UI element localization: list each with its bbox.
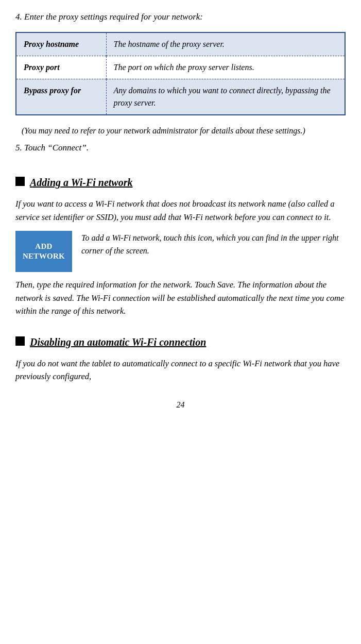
- table-cell-desc-port: The port on which the proxy server liste…: [106, 56, 345, 79]
- section2-title: Disabling an automatic Wi-Fi connection: [30, 334, 206, 350]
- section1-title: Adding a Wi-Fi network: [30, 175, 133, 190]
- step4-text: 4. Enter the proxy settings required for…: [15, 10, 346, 24]
- section2-body1: If you do not want the tablet to automat…: [15, 357, 346, 383]
- table-row-hostname: Proxy hostname The hostname of the proxy…: [16, 32, 345, 56]
- admin-note: (You may need to refer to your network a…: [15, 125, 346, 137]
- table-cell-label-hostname: Proxy hostname: [16, 32, 106, 56]
- add-network-row: ADD NETWORK To add a Wi-Fi network, touc…: [15, 231, 346, 272]
- table-row-bypass: Bypass proxy for Any domains to which yo…: [16, 79, 345, 115]
- step5-text: 5. Touch “Connect”.: [15, 141, 346, 155]
- proxy-settings-table: Proxy hostname The hostname of the proxy…: [15, 32, 346, 115]
- add-network-button[interactable]: ADD NETWORK: [15, 231, 72, 272]
- table-cell-label-bypass: Bypass proxy for: [16, 79, 106, 115]
- section2-bullet: [15, 336, 25, 346]
- section1-bullet: [15, 177, 25, 186]
- table-row-port: Proxy port The port on which the proxy s…: [16, 56, 345, 79]
- section1-body1: If you want to access a Wi-Fi network th…: [15, 197, 346, 224]
- table-cell-desc-hostname: The hostname of the proxy server.: [106, 32, 345, 56]
- table-cell-desc-bypass: Any domains to which you want to connect…: [106, 79, 345, 115]
- page-number: 24: [15, 399, 346, 411]
- section1-heading: Adding a Wi-Fi network: [15, 175, 346, 190]
- add-network-description: To add a Wi-Fi network, touch this icon,…: [81, 231, 346, 258]
- section2-heading: Disabling an automatic Wi-Fi connection: [15, 334, 346, 350]
- table-cell-label-port: Proxy port: [16, 56, 106, 79]
- section1-body2: Then, type the required information for …: [15, 278, 346, 318]
